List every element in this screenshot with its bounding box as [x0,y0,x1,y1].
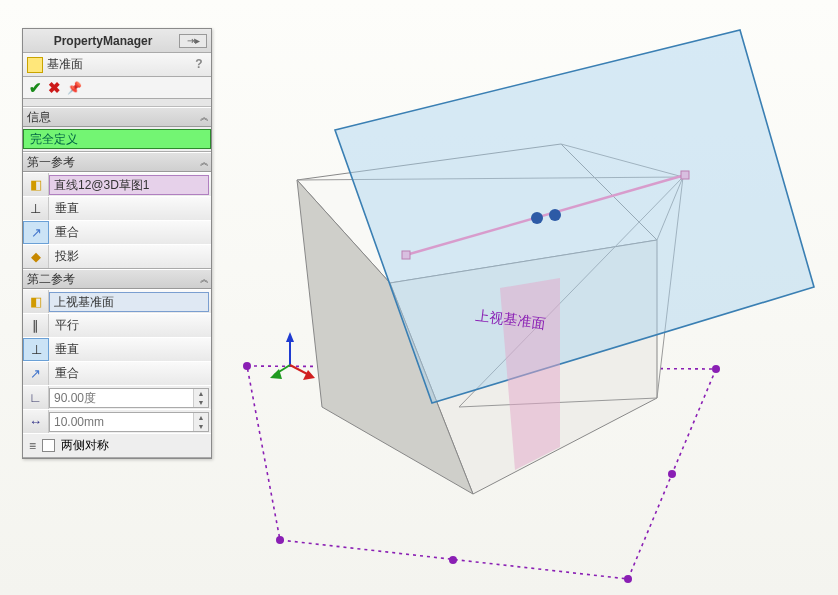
coincident-icon: ↗ [23,362,49,385]
ref1-project-row[interactable]: ◆ 投影 [23,244,211,268]
svg-point-2 [624,575,632,583]
pin-button[interactable]: 📌 [67,81,81,95]
ref2-section-header[interactable]: 第二参考 ︽ [23,269,211,289]
ref1-perpendicular-row[interactable]: ⊥ 垂直 [23,196,211,220]
perpendicular-icon: ⊥ [23,338,49,361]
ref2-distance-row: ↔ 10.00mm ▲▼ [23,409,211,433]
ref2-perpendicular-label: 垂直 [49,341,211,358]
ref1-perpendicular-label: 垂直 [49,200,211,217]
ref2-parallel-row[interactable]: ∥ 平行 [23,313,211,337]
info-section-header[interactable]: 信息 ︽ [23,107,211,127]
svg-marker-13 [286,332,294,342]
ref1-section-header[interactable]: 第一参考 ︽ [23,152,211,172]
ref1-section-label: 第一参考 [27,154,200,171]
symmetric-checkbox[interactable] [42,439,55,452]
svg-point-10 [531,212,543,224]
ref1-coincident-label: 重合 [49,224,211,241]
pm-pushpin-button[interactable]: ⇥▸ [179,34,207,48]
svg-point-3 [276,536,284,544]
svg-point-1 [712,365,720,373]
ref2-coincident-label: 重合 [49,365,211,382]
svg-point-5 [668,470,676,478]
ref2-angle-row: ∟ 90.00度 ▲▼ [23,385,211,409]
symmetric-label: 两侧对称 [61,437,109,454]
distance-input[interactable]: 10.00mm ▲▼ [49,412,209,432]
parallel-icon: ∥ [23,314,49,337]
svg-marker-15 [303,370,315,380]
info-section-label: 信息 [27,109,200,126]
distance-spinner[interactable]: ▲▼ [193,413,208,431]
origin-triad [270,332,315,380]
svg-point-11 [549,209,561,221]
pm-title: PropertyManager [27,34,179,48]
definition-status: 完全定义 [23,129,211,149]
chevron-up-icon: ︽ [200,273,207,286]
feature-name: 基准面 [47,56,187,73]
feature-header-row: 基准面 ? [23,53,211,77]
symmetric-icon: ≡ [29,439,36,453]
cancel-button[interactable]: ✖ [48,79,61,97]
confirm-row: ✔ ✖ 📌 [23,77,211,99]
symmetric-row[interactable]: ≡ 两侧对称 [23,433,211,457]
ref2-perpendicular-row[interactable]: ⊥ 垂直 [23,337,211,361]
distance-icon: ↔ [23,410,49,433]
plane-feature-icon [27,57,43,73]
angle-icon: ∟ [23,386,49,409]
svg-point-6 [449,556,457,564]
ref1-selection-icon[interactable]: ◧ [23,173,49,196]
angle-value: 90.00度 [50,389,193,407]
property-manager-panel: PropertyManager ⇥▸ 基准面 ? ✔ ✖ 📌 信息 ︽ 完全定义… [22,28,212,459]
ref1-project-label: 投影 [49,248,211,265]
help-button[interactable]: ? [191,57,207,73]
panel-spacer [23,99,211,107]
ref1-coincident-row[interactable]: ↗ 重合 [23,220,211,244]
ref1-selection-field[interactable]: 直线12@3D草图1 [49,175,209,195]
ok-button[interactable]: ✔ [29,79,42,97]
ref1-section-body: ◧ 直线12@3D草图1 ⊥ 垂直 ↗ 重合 ◆ 投影 [23,172,211,269]
ref2-coincident-row[interactable]: ↗ 重合 [23,361,211,385]
project-icon: ◆ [23,245,49,268]
svg-point-0 [243,362,251,370]
ref2-section-body: ◧ 上视基准面 ∥ 平行 ⊥ 垂直 ↗ 重合 ∟ 90.00度 ▲▼ ↔ 10.… [23,289,211,458]
ref2-selection-field[interactable]: 上视基准面 [49,292,209,312]
distance-value: 10.00mm [50,413,193,431]
ref2-selection-row: ◧ 上视基准面 [23,289,211,313]
chevron-up-icon: ︽ [200,156,207,169]
ref1-selection-row: ◧ 直线12@3D草图1 [23,172,211,196]
pm-titlebar: PropertyManager ⇥▸ [23,29,211,53]
info-section-body: 完全定义 [23,129,211,152]
perpendicular-icon: ⊥ [23,197,49,220]
ref2-selection-icon[interactable]: ◧ [23,290,49,313]
ref2-parallel-label: 平行 [49,317,211,334]
angle-spinner[interactable]: ▲▼ [193,389,208,407]
coincident-icon: ↗ [23,221,49,244]
angle-input[interactable]: 90.00度 ▲▼ [49,388,209,408]
chevron-up-icon: ︽ [200,111,207,124]
ref2-section-label: 第二参考 [27,271,200,288]
